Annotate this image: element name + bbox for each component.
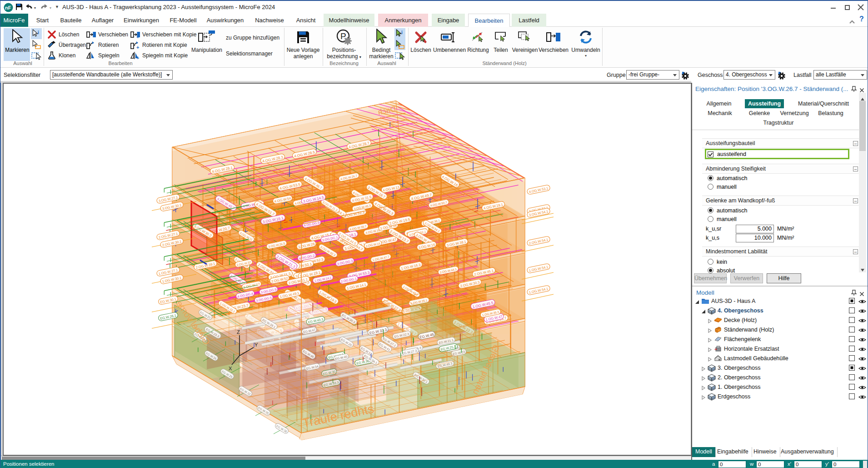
svg-text:+: + xyxy=(136,34,139,39)
svg-text:i: i xyxy=(401,30,403,35)
svg-text:+: + xyxy=(136,45,139,50)
svg-text:nF: nF xyxy=(5,5,11,10)
svg-text:X: X xyxy=(229,366,232,371)
svg-text:+: + xyxy=(136,55,139,60)
svg-text:Z: Z xyxy=(237,329,240,335)
svg-text:Y: Y xyxy=(254,342,258,347)
svg-text:i: i xyxy=(38,30,39,35)
